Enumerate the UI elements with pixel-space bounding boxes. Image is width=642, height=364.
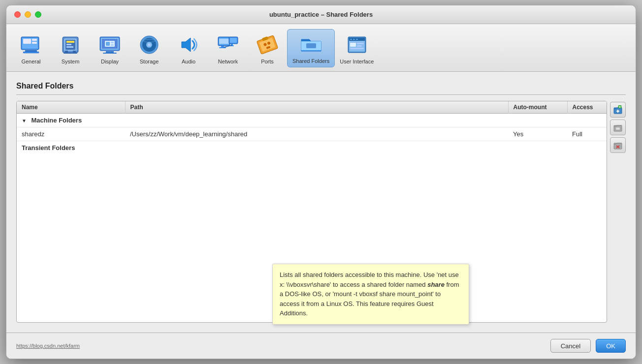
titlebar: ubuntu_practice – Shared Folders	[6, 5, 636, 24]
window-title: ubuntu_practice – Shared Folders	[269, 11, 373, 18]
transient-folders-group: Transient Folders	[17, 141, 607, 155]
svg-rect-5	[32, 39, 37, 41]
toolbar-item-storage[interactable]: Storage	[129, 30, 169, 67]
svg-rect-52	[353, 39, 355, 40]
sidebar-buttons	[610, 101, 626, 323]
svg-rect-56	[357, 45, 362, 47]
svg-rect-3	[23, 52, 39, 53]
audio-label: Audio	[182, 59, 195, 64]
maximize-button[interactable]	[35, 11, 41, 18]
close-button[interactable]	[14, 11, 21, 18]
minimize-button[interactable]	[25, 11, 31, 18]
audio-icon	[177, 33, 200, 57]
svg-point-28	[148, 43, 151, 46]
main-window: ubuntu_practice – Shared Folders General	[6, 5, 636, 359]
general-label: General	[21, 59, 40, 64]
svg-rect-65	[616, 127, 620, 130]
toolbar: General System	[6, 24, 636, 72]
svg-rect-22	[106, 42, 110, 46]
svg-rect-35	[219, 47, 226, 48]
svg-rect-20	[103, 53, 117, 54]
item-path: /Users/zz/Work/vm/deep_learning/shared	[125, 127, 508, 141]
system-icon	[59, 33, 82, 57]
section-title: Shared Folders	[16, 82, 626, 95]
footer: https://blog.csdn.net/kfarm Cancel OK	[6, 333, 636, 359]
svg-rect-14	[73, 51, 76, 53]
item-automount: Yes	[508, 127, 567, 141]
footer-link[interactable]: https://blog.csdn.net/kfarm	[16, 343, 546, 349]
shared-folders-icon	[299, 32, 323, 56]
system-label: System	[62, 59, 80, 64]
network-label: Network	[218, 59, 238, 64]
svg-rect-11	[66, 44, 71, 45]
svg-rect-51	[350, 39, 352, 40]
transient-folders-label: Transient Folders	[17, 141, 607, 155]
col-header-automount: Auto-mount	[508, 101, 567, 114]
svg-rect-24	[111, 44, 114, 46]
toolbar-item-audio[interactable]: Audio	[169, 30, 208, 67]
storage-label: Storage	[140, 59, 159, 64]
svg-rect-6	[32, 42, 37, 44]
ok-button[interactable]: OK	[596, 339, 626, 353]
svg-rect-55	[357, 43, 364, 44]
svg-rect-12	[66, 46, 73, 48]
svg-rect-37	[230, 38, 237, 43]
toolbar-item-system[interactable]: System	[51, 30, 90, 67]
display-label: Display	[101, 59, 119, 64]
tooltip-emphasized: share	[427, 281, 445, 288]
remove-folder-button[interactable]	[610, 137, 626, 153]
shared-item-sharedz[interactable]: sharedz /Users/zz/Work/vm/deep_learning/…	[17, 127, 607, 141]
content-area: Shared Folders Name Path Auto-mount Acce…	[6, 72, 636, 333]
item-name: sharedz	[17, 127, 125, 141]
edit-folder-button[interactable]	[610, 120, 626, 135]
general-icon	[19, 33, 43, 57]
toolbar-item-user-interface[interactable]: User Interface	[335, 30, 379, 67]
toolbar-item-network[interactable]: Network	[208, 30, 248, 67]
shared-folders-label: Shared Folders	[292, 58, 329, 64]
user-interface-label: User Interface	[340, 59, 374, 64]
tooltip: Lists all shared folders accessible to t…	[272, 264, 469, 325]
svg-rect-57	[350, 48, 364, 49]
item-access: Full	[567, 127, 607, 141]
storage-icon	[137, 33, 161, 57]
svg-rect-47	[306, 43, 316, 48]
svg-rect-4	[23, 39, 31, 44]
table-header-row: Name Path Auto-mount Access	[17, 101, 607, 114]
ports-icon	[256, 33, 279, 57]
svg-rect-53	[356, 39, 358, 40]
svg-rect-15	[64, 53, 77, 54]
machine-folders-label: ▼ Machine Folders	[17, 114, 607, 127]
svg-rect-33	[219, 39, 229, 44]
toolbar-item-general[interactable]: General	[11, 30, 51, 67]
user-interface-icon	[345, 33, 369, 57]
network-icon	[216, 33, 240, 57]
svg-rect-19	[106, 51, 114, 53]
cancel-button[interactable]: Cancel	[550, 339, 591, 353]
svg-marker-30	[182, 38, 191, 52]
folders-table: Name Path Auto-mount Access ▼ Machine Fo…	[17, 101, 607, 154]
toolbar-item-shared-folders[interactable]: Shared Folders	[287, 29, 335, 67]
svg-rect-23	[111, 42, 114, 43]
display-icon	[98, 33, 122, 57]
svg-rect-38	[231, 44, 233, 45]
traffic-lights	[14, 11, 41, 18]
toolbar-item-ports[interactable]: Ports	[248, 30, 287, 67]
ports-label: Ports	[261, 59, 274, 64]
svg-rect-2	[25, 50, 37, 52]
svg-rect-10	[66, 41, 74, 43]
add-folder-button[interactable]	[610, 102, 626, 118]
col-header-access: Access	[567, 101, 607, 114]
svg-rect-13	[65, 51, 68, 53]
chevron-icon: ▼	[22, 118, 27, 123]
svg-rect-34	[221, 46, 224, 47]
toolbar-item-display[interactable]: Display	[90, 30, 129, 67]
col-header-path: Path	[125, 101, 508, 114]
col-header-name: Name	[17, 101, 125, 114]
machine-folders-group: ▼ Machine Folders	[17, 114, 607, 127]
svg-rect-54	[350, 43, 356, 47]
